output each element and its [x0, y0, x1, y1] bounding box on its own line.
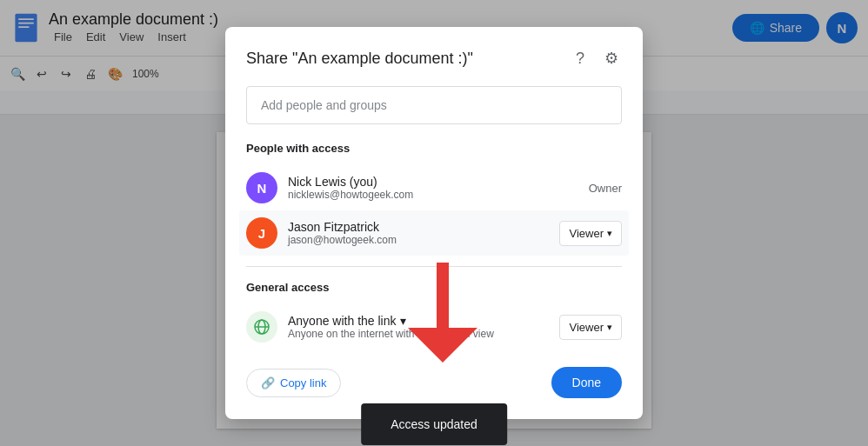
done-button[interactable]: Done [551, 367, 622, 398]
viewer-dropdown-general[interactable]: Viewer ▾ [559, 315, 622, 340]
toast-message: Access updated [391, 417, 477, 431]
people-section-label: People with access [246, 142, 622, 155]
person-name-nick: Nick Lewis (you) [288, 175, 578, 189]
general-access-section: General access Anyone with the link ▾ An… [246, 281, 622, 349]
settings-icon[interactable]: ⚙ [601, 48, 622, 69]
general-access-label: General access [246, 281, 622, 294]
search-input[interactable] [261, 98, 607, 112]
person-info-nick: Nick Lewis (you) nicklewis@howtogeek.com [288, 175, 578, 201]
person-role-nick: Owner [589, 182, 622, 195]
dialog-header: Share "An example document :)" ? ⚙ [246, 48, 622, 69]
globe-svg [253, 318, 270, 336]
chevron-down-icon: ▾ [607, 228, 612, 239]
help-icon[interactable]: ? [570, 48, 591, 69]
viewer-label-jason: Viewer [569, 227, 604, 240]
general-access-row: Anyone with the link ▾ Anyone on the int… [246, 304, 622, 349]
general-access-info: Anyone with the link ▾ Anyone on the int… [288, 314, 549, 340]
person-name-jason: Jason Fitzpatrick [288, 220, 549, 234]
access-type-label[interactable]: Anyone with the link ▾ [288, 314, 549, 328]
copy-link-label: Copy link [280, 376, 326, 389]
access-type-chevron: ▾ [400, 314, 406, 328]
modal-overlay[interactable]: Share "An example document :)" ? ⚙ Peopl… [0, 0, 868, 446]
dialog-footer: 🔗 Copy link Done [246, 367, 622, 398]
person-email-jason: jason@howtogeek.com [288, 234, 549, 246]
chevron-general-icon: ▾ [607, 322, 612, 333]
access-type-text: Anyone with the link [288, 314, 397, 328]
divider [246, 266, 622, 267]
avatar-nick: N [246, 172, 277, 203]
person-row-jason: J Jason Fitzpatrick jason@howtogeek.com … [239, 210, 629, 256]
person-row-nick: N Nick Lewis (you) nicklewis@howtogeek.c… [246, 165, 622, 210]
dialog-title: Share "An example document :)" [246, 50, 473, 68]
person-email-nick: nicklewis@howtogeek.com [288, 189, 578, 201]
avatar-jason: J [246, 217, 277, 249]
link-icon: 🔗 [261, 376, 275, 389]
share-dialog: Share "An example document :)" ? ⚙ Peopl… [225, 27, 643, 419]
viewer-label-general: Viewer [569, 321, 604, 334]
person-info-jason: Jason Fitzpatrick jason@howtogeek.com [288, 220, 549, 246]
people-section: People with access N Nick Lewis (you) ni… [246, 142, 622, 256]
viewer-dropdown-jason[interactable]: Viewer ▾ [559, 221, 622, 246]
globe-access-icon [246, 311, 277, 343]
copy-link-button[interactable]: 🔗 Copy link [246, 369, 341, 397]
search-input-wrapper[interactable] [246, 86, 622, 124]
toast-notification: Access updated [361, 403, 507, 445]
dialog-header-icons: ? ⚙ [570, 48, 622, 69]
access-sublabel: Anyone on the internet with the link can… [288, 328, 549, 340]
